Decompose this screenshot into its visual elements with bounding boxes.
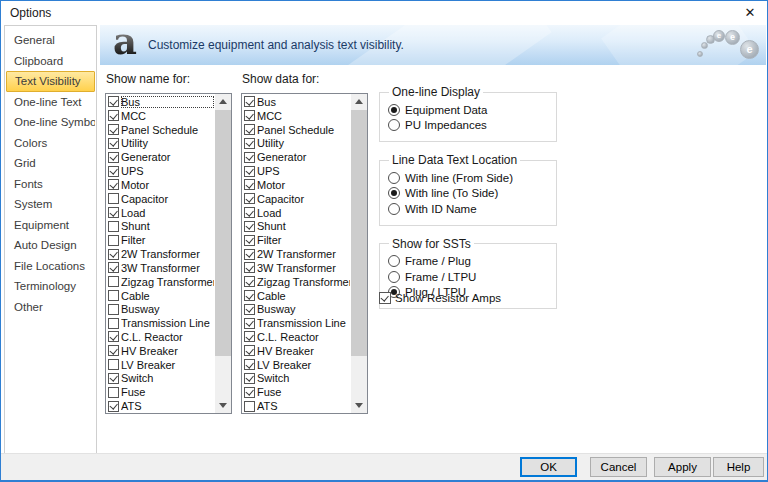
checkbox-icon[interactable] [108, 166, 119, 177]
list-item[interactable]: Cable [242, 289, 351, 303]
sidebar-item[interactable]: Text Visibility [6, 71, 95, 92]
checkbox-icon[interactable] [244, 193, 255, 204]
list-item[interactable]: MCC [106, 109, 215, 123]
checkbox-icon[interactable] [108, 110, 119, 121]
scroll-down-icon[interactable] [351, 397, 367, 413]
list-item[interactable]: ATS [242, 399, 351, 413]
list-item[interactable]: Switch [242, 372, 351, 386]
scroll-up-icon[interactable] [351, 94, 367, 110]
radio-option[interactable]: Frame / Plug [388, 254, 548, 270]
list-item[interactable]: Generator [106, 150, 215, 164]
show-resistor-amps-checkbox[interactable]: Show Resistor Amps [379, 292, 501, 304]
checkbox-icon[interactable] [244, 262, 255, 273]
checkbox-icon[interactable] [244, 152, 255, 163]
checkbox-icon[interactable] [108, 193, 119, 204]
list-item[interactable]: Zigzag Transformer [106, 275, 215, 289]
list-item[interactable]: Busway [106, 302, 215, 316]
list-item[interactable]: C.L. Reactor [106, 330, 215, 344]
checkbox-icon[interactable] [244, 179, 255, 190]
checkbox-icon[interactable] [108, 373, 119, 384]
list-item[interactable]: MCC [242, 109, 351, 123]
checkbox-icon[interactable] [244, 207, 255, 218]
apply-button[interactable]: Apply [654, 457, 711, 477]
list-item[interactable]: Capacitor [106, 192, 215, 206]
list-item[interactable]: Generator [242, 150, 351, 164]
list-item[interactable]: Transmission Line [106, 316, 215, 330]
checkbox-icon[interactable] [244, 249, 255, 260]
scroll-down-icon[interactable] [215, 397, 231, 413]
list-item[interactable]: HV Breaker [106, 344, 215, 358]
checkbox-icon[interactable] [379, 292, 391, 304]
list-item[interactable]: Zigzag Transformer [242, 275, 351, 289]
checkbox-icon[interactable] [108, 124, 119, 135]
checkbox-icon[interactable] [108, 96, 119, 107]
checkbox-icon[interactable] [244, 166, 255, 177]
list-item[interactable]: Shunt [106, 219, 215, 233]
checkbox-icon[interactable] [108, 304, 119, 315]
checkbox-icon[interactable] [108, 235, 119, 246]
checkbox-icon[interactable] [244, 401, 255, 412]
help-button[interactable]: Help [713, 457, 764, 477]
list-item[interactable]: 3W Transformer [106, 261, 215, 275]
sidebar-item[interactable]: Fonts [6, 174, 95, 195]
sidebar-item[interactable]: Auto Design [6, 235, 95, 256]
list-item[interactable]: UPS [242, 164, 351, 178]
checkbox-icon[interactable] [108, 221, 119, 232]
checkbox-icon[interactable] [244, 304, 255, 315]
scrollbar[interactable] [215, 94, 231, 413]
list-item[interactable]: Motor [242, 178, 351, 192]
sidebar-item[interactable]: Other [6, 297, 95, 318]
checkbox-icon[interactable] [108, 345, 119, 356]
list-item[interactable]: 2W Transformer [242, 247, 351, 261]
list-item[interactable]: Fuse [106, 385, 215, 399]
list-item[interactable]: Transmission Line [242, 316, 351, 330]
checkbox-icon[interactable] [108, 262, 119, 273]
sidebar-item[interactable]: Terminology [6, 276, 95, 297]
list-item[interactable]: Panel Schedule [106, 123, 215, 137]
list-item[interactable]: Filter [106, 233, 215, 247]
checkbox-icon[interactable] [244, 290, 255, 301]
sidebar-item[interactable]: General [6, 30, 95, 51]
sidebar-item[interactable]: File Locations [6, 256, 95, 277]
sidebar-item[interactable]: System [6, 194, 95, 215]
checkbox-icon[interactable] [108, 276, 119, 287]
list-item[interactable]: Utility [106, 136, 215, 150]
checkbox-icon[interactable] [108, 387, 119, 398]
scrollbar[interactable] [351, 94, 367, 413]
radio-option[interactable]: PU Impedances [388, 118, 548, 134]
checkbox-icon[interactable] [108, 152, 119, 163]
scroll-up-icon[interactable] [215, 94, 231, 110]
list-item[interactable]: Bus [242, 95, 351, 109]
checkbox-icon[interactable] [244, 373, 255, 384]
list-item[interactable]: Load [242, 206, 351, 220]
checkbox-icon[interactable] [244, 138, 255, 149]
ok-button[interactable]: OK [520, 457, 577, 477]
list-item[interactable]: 2W Transformer [106, 247, 215, 261]
list-item[interactable]: Shunt [242, 219, 351, 233]
checkbox-icon[interactable] [108, 207, 119, 218]
checkbox-icon[interactable] [244, 110, 255, 121]
radio-option[interactable]: With line (From Side) [388, 170, 548, 186]
scrollbar-thumb[interactable] [215, 110, 231, 356]
list-item[interactable]: LV Breaker [242, 358, 351, 372]
list-item[interactable]: Filter [242, 233, 351, 247]
scrollbar-thumb[interactable] [351, 110, 367, 356]
checkbox-icon[interactable] [108, 179, 119, 190]
radio-option[interactable]: Equipment Data [388, 102, 548, 118]
checkbox-icon[interactable] [244, 318, 255, 329]
list-item[interactable]: ATS [106, 399, 215, 413]
checkbox-icon[interactable] [108, 401, 119, 412]
list-item[interactable]: Utility [242, 136, 351, 150]
sidebar-item[interactable]: One-line Text [6, 92, 95, 113]
checkbox-icon[interactable] [244, 387, 255, 398]
close-icon[interactable]: ✕ [733, 1, 767, 25]
list-item[interactable]: Capacitor [242, 192, 351, 206]
checkbox-icon[interactable] [108, 359, 119, 370]
checkbox-icon[interactable] [244, 235, 255, 246]
sidebar-item[interactable]: Colors [6, 133, 95, 154]
list-item[interactable]: Motor [106, 178, 215, 192]
list-item[interactable]: UPS [106, 164, 215, 178]
list-item[interactable]: 3W Transformer [242, 261, 351, 275]
list-item[interactable]: Cable [106, 289, 215, 303]
checkbox-icon[interactable] [244, 331, 255, 342]
